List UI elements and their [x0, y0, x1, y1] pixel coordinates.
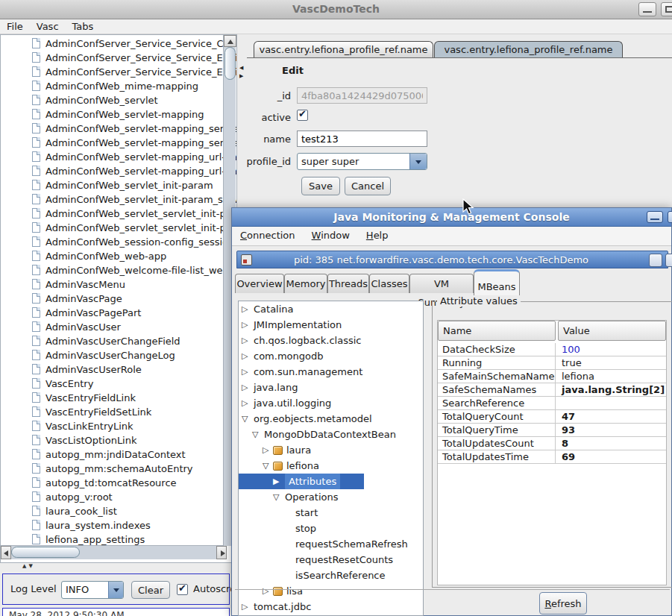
- mbeans-node-requestschemarefresh[interactable]: requestSchemaRefresh: [239, 536, 423, 552]
- tab-threads[interactable]: Threads: [327, 274, 369, 293]
- menu-item-help[interactable]: Help: [358, 227, 397, 241]
- tree-item[interactable]: AdminConfWeb_servlet-mapping_url-pat: [1, 150, 236, 164]
- expander-collapsed-icon[interactable]: ▷: [242, 364, 248, 380]
- minimize-button[interactable]: [647, 211, 663, 223]
- tree-item[interactable]: AdminConfServer_Service_Service_Conn: [1, 37, 236, 51]
- tree-item[interactable]: AdminVascUserChangeLog: [1, 348, 236, 362]
- tree-item[interactable]: autopg_v:root: [1, 490, 236, 504]
- tree-item[interactable]: AdminConfServer_Service_Service_Engin: [1, 65, 236, 79]
- splitter-toggle[interactable]: ▲▼: [22, 563, 35, 569]
- tree-item[interactable]: AdminConfWeb_servlet_init-param: [1, 178, 236, 192]
- mbeans-node-catalina[interactable]: ▷Catalina: [239, 301, 423, 317]
- frame-maximize-button[interactable]: [665, 254, 672, 267]
- attribute-row[interactable]: DataCheckSize100: [438, 343, 666, 356]
- attribute-row[interactable]: SafeSchemaNamesjava.lang.String[2]: [438, 383, 666, 397]
- editor-tab[interactable]: vasc.entry.lefiona_profile_ref.name: [254, 41, 433, 57]
- editor-tab-selected[interactable]: vasc.entry.lefiona_profile_ref.name: [434, 41, 623, 57]
- scroll-left-button[interactable]: [1, 546, 11, 559]
- mbeans-node-ch.qos.logback.classic[interactable]: ▷ch.qos.logback.classic: [239, 333, 423, 348]
- autoscroll-checkbox[interactable]: ✔: [177, 584, 188, 595]
- menu-item-tabs[interactable]: Tabs: [66, 19, 101, 34]
- mbeans-node-laura[interactable]: ▷laura: [239, 442, 423, 458]
- expander-collapsed-icon[interactable]: ▷: [242, 599, 248, 615]
- menu-item-window[interactable]: Window: [304, 227, 358, 241]
- maximize-button[interactable]: [661, 2, 672, 16]
- tree-item[interactable]: VascListOptionLink: [1, 433, 236, 447]
- tree-item[interactable]: AdminConfWeb_servlet: [1, 93, 236, 107]
- expander-collapsed-icon[interactable]: ▶: [273, 474, 279, 489]
- frame-minimize-button[interactable]: [649, 254, 662, 267]
- mbeans-node-lisa[interactable]: ▷lisa: [239, 583, 423, 599]
- attribute-row[interactable]: SafeMainSchemaNamelefiona: [438, 370, 666, 383]
- column-header-value[interactable]: Value: [558, 321, 666, 341]
- column-header-name[interactable]: Name: [438, 321, 556, 341]
- tree-item[interactable]: AdminVascUser: [1, 320, 236, 334]
- expander-collapsed-icon[interactable]: ▷: [242, 348, 248, 364]
- attribute-value-cell[interactable]: java.lang.String[2]: [556, 383, 666, 396]
- mbeans-node-com.mongodb[interactable]: ▷com.mongodb: [239, 348, 423, 364]
- mbeans-node-attributes[interactable]: ▶Attributes: [239, 474, 423, 489]
- attribute-row[interactable]: TotalQueryTime93: [438, 424, 666, 437]
- profile-id-select[interactable]: super super: [297, 153, 427, 170]
- tree-horizontal-scrollbar[interactable]: [1, 545, 223, 559]
- expander-expanded-icon[interactable]: ▽: [242, 411, 248, 427]
- mbeans-node-tomcat.jdbc[interactable]: ▷tomcat.jdbc: [239, 599, 423, 615]
- expander-expanded-icon[interactable]: ▽: [252, 427, 258, 442]
- expander-expanded-icon[interactable]: ▽: [273, 489, 279, 505]
- mbeans-node-mongodbdatacontextbean[interactable]: ▽MongoDbDataContextBean: [239, 427, 423, 442]
- tree-item[interactable]: AdminConfWeb_servlet-mapping_servlet: [1, 136, 236, 150]
- attribute-value-cell[interactable]: lefiona: [556, 370, 666, 383]
- tree-item[interactable]: AdminConfWeb_servlet-mapping_url-pat: [1, 164, 236, 178]
- save-button[interactable]: Save: [301, 177, 340, 195]
- tree-item[interactable]: autopg_td:tomcatResource: [1, 476, 236, 490]
- mbeans-node-requestresetcounts[interactable]: requestResetCounts: [239, 552, 423, 568]
- maximize-button[interactable]: [668, 211, 672, 223]
- attribute-row[interactable]: TotalUpdatesCount8: [438, 437, 666, 450]
- expander-collapsed-icon[interactable]: ▷: [242, 380, 248, 395]
- tree-item[interactable]: AdminVascUserChangeField: [1, 334, 236, 348]
- tree-item[interactable]: AdminConfWeb_servlet-mapping_servlet: [1, 122, 236, 136]
- attribute-value-cell[interactable]: [556, 397, 666, 409]
- tab-memory[interactable]: Memory: [284, 274, 327, 293]
- tree-item[interactable]: AdminVascMenu: [1, 277, 236, 292]
- mbeans-node-org.eobjects.metamodel[interactable]: ▽org.eobjects.metamodel: [239, 411, 423, 427]
- tree-item[interactable]: AdminConfWeb_servlet-mapping: [1, 107, 236, 122]
- tree-item[interactable]: AdminConfWeb_session-config_session-: [1, 235, 236, 249]
- expander-collapsed-icon[interactable]: ▷: [263, 442, 269, 458]
- tree-item[interactable]: AdminConfWeb_mime-mapping: [1, 79, 236, 93]
- expander-collapsed-icon[interactable]: ▷: [242, 301, 248, 317]
- expander-expanded-icon[interactable]: ▽: [263, 458, 269, 474]
- log-level-select[interactable]: INFO: [61, 581, 124, 599]
- attribute-value-cell[interactable]: 93: [556, 424, 666, 436]
- menu-item-file[interactable]: File: [0, 19, 30, 34]
- tree-item[interactable]: AdminConfWeb_web-app: [1, 249, 236, 263]
- expander-collapsed-icon[interactable]: ▷: [242, 333, 248, 348]
- mbeans-node-lefiona[interactable]: ▽lefiona: [239, 458, 423, 474]
- tree-item[interactable]: laura_cook_list: [1, 504, 236, 518]
- attribute-row[interactable]: SearchReference: [438, 397, 666, 410]
- mbeans-node-java.util.logging[interactable]: ▷java.util.logging: [239, 395, 423, 411]
- menu-item-connection[interactable]: Connection: [232, 227, 304, 241]
- minimize-button[interactable]: [638, 2, 656, 16]
- tab-mbeans[interactable]: MBeans: [474, 269, 520, 298]
- scroll-right-button[interactable]: [216, 546, 227, 559]
- clear-button[interactable]: Clear: [131, 581, 170, 599]
- tab-overview[interactable]: Overview: [235, 274, 284, 293]
- dropdown-button[interactable]: [409, 154, 427, 169]
- attribute-value-cell[interactable]: 69: [556, 450, 666, 463]
- attribute-row[interactable]: Runningtrue: [438, 356, 666, 370]
- attribute-row[interactable]: TotalUpdatesTime69: [438, 450, 666, 464]
- attribute-value-cell[interactable]: true: [556, 356, 666, 369]
- tab-classes[interactable]: Classes: [369, 274, 409, 293]
- active-checkbox[interactable]: ✔: [297, 110, 308, 121]
- tree-item[interactable]: autopg_mm:schemaAutoEntry: [1, 462, 236, 476]
- tree-item[interactable]: VascLinkEntryLink: [1, 419, 236, 433]
- tree-item[interactable]: AdminVascUserRole: [1, 362, 236, 377]
- expander-collapsed-icon[interactable]: ▷: [242, 317, 248, 333]
- connection-frame-titlebar[interactable]: pid: 385 net.forwardfire.vasc.demo.tech.…: [236, 251, 668, 268]
- mbeans-node-stop[interactable]: stop: [239, 521, 423, 536]
- menu-item-vasc[interactable]: Vasc: [30, 19, 66, 34]
- mbeans-node-issearchreference[interactable]: isSearchReference: [239, 568, 423, 583]
- expander-collapsed-icon[interactable]: ▷: [242, 395, 248, 411]
- mbeans-node-java.lang[interactable]: ▷java.lang: [239, 380, 423, 395]
